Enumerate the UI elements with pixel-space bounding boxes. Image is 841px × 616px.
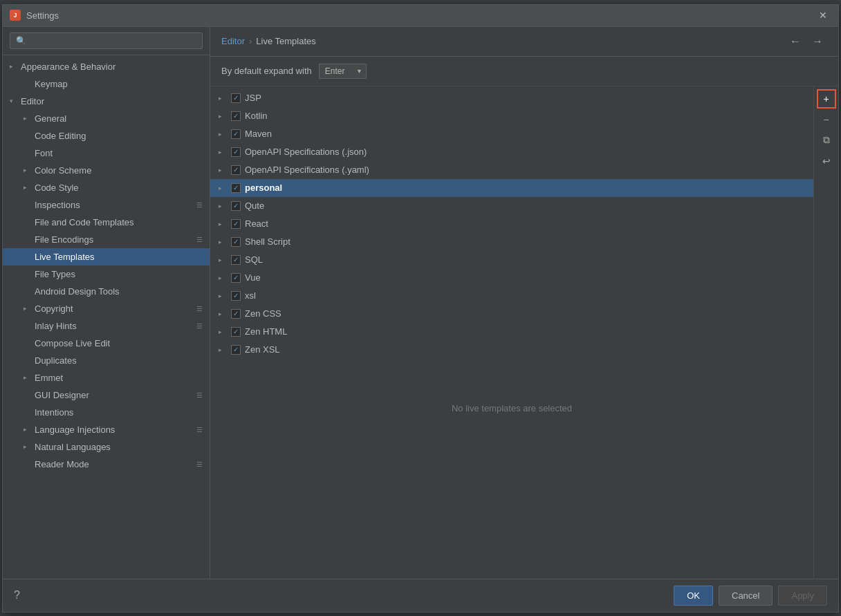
close-button[interactable]: ✕ — [815, 8, 831, 22]
sidebar-label-code-editing: Code Editing — [35, 131, 86, 141]
row-checkbox[interactable]: ✓ — [231, 111, 241, 121]
row-checkbox[interactable]: ✓ — [231, 147, 241, 157]
template-row[interactable]: ▸ ✓ xsl — [210, 287, 813, 305]
sidebar-item-language-injections[interactable]: ▸Language Injections☰ — [3, 421, 210, 438]
ok-button[interactable]: OK — [674, 586, 713, 606]
nav-forward-button[interactable]: → — [808, 34, 827, 49]
sidebar-item-code-style[interactable]: ▸Code Style — [3, 179, 210, 196]
row-expand-arrow: ▸ — [219, 256, 227, 263]
row-name: OpenAPI Specifications (.yaml) — [245, 165, 369, 175]
row-name: Vue — [245, 272, 261, 283]
sidebar-item-code-editing[interactable]: Code Editing — [3, 127, 210, 144]
badge-reader-mode: ☰ — [196, 460, 203, 468]
sidebar-item-editor[interactable]: ▾Editor — [3, 93, 210, 110]
sidebar-item-reader-mode[interactable]: Reader Mode☰ — [3, 456, 210, 473]
template-row[interactable]: ▸ ✓ OpenAPI Specifications (.json) — [210, 143, 813, 161]
template-list-area: ▸ ✓ JSP ▸ ✓ Kotlin ▸ ✓ Maven ▸ ✓ OpenAPI… — [210, 86, 813, 579]
row-checkbox[interactable]: ✓ — [231, 345, 241, 355]
sidebar-item-duplicates[interactable]: Duplicates — [3, 352, 210, 369]
row-expand-arrow: ▸ — [219, 131, 227, 138]
sidebar-item-intentions[interactable]: Intentions — [3, 404, 210, 421]
template-row[interactable]: ▸ ✓ Kotlin — [210, 107, 813, 125]
sidebar-item-file-encodings[interactable]: File Encodings☰ — [3, 231, 210, 248]
row-expand-arrow: ▸ — [219, 328, 227, 335]
copy-button[interactable]: ⧉ — [817, 131, 836, 150]
remove-button[interactable]: − — [817, 110, 836, 129]
help-icon[interactable]: ? — [14, 589, 20, 601]
sidebar-item-color-scheme[interactable]: ▸Color Scheme — [3, 162, 210, 179]
search-input[interactable] — [10, 32, 203, 49]
template-list: ▸ ✓ JSP ▸ ✓ Kotlin ▸ ✓ Maven ▸ ✓ OpenAPI… — [210, 86, 813, 362]
expand-icon-code-style: ▸ — [24, 184, 30, 191]
template-row[interactable]: ▸ ✓ JSP — [210, 89, 813, 107]
template-row[interactable]: ▸ ✓ Zen HTML — [210, 323, 813, 341]
row-checkbox[interactable]: ✓ — [231, 219, 241, 229]
sidebar-label-live-templates: Live Templates — [35, 252, 94, 262]
row-checkbox[interactable]: ✓ — [231, 237, 241, 247]
template-row[interactable]: ▸ ✓ OpenAPI Specifications (.yaml) — [210, 161, 813, 179]
expand-select[interactable]: Enter Tab Space — [319, 64, 367, 79]
row-checkbox[interactable]: ✓ — [231, 183, 241, 193]
template-row[interactable]: ▸ ✓ Maven — [210, 125, 813, 143]
row-name: Shell Script — [245, 236, 290, 247]
sidebar-item-general[interactable]: ▸General — [3, 110, 210, 127]
sidebar-label-font: Font — [35, 148, 53, 158]
sidebar-item-inspections[interactable]: Inspections☰ — [3, 196, 210, 214]
row-expand-arrow: ▸ — [219, 185, 227, 192]
row-checkbox[interactable]: ✓ — [231, 93, 241, 103]
sidebar-item-android-design-tools[interactable]: Android Design Tools — [3, 283, 210, 300]
row-checkbox[interactable]: ✓ — [231, 129, 241, 139]
template-row[interactable]: ▸ ✓ Qute — [210, 197, 813, 215]
sidebar-item-natural-languages[interactable]: ▸Natural Languages — [3, 438, 210, 456]
app-icon: J — [10, 10, 21, 21]
sidebar-label-file-types: File Types — [35, 269, 75, 279]
title-bar: J Settings ✕ — [3, 5, 838, 27]
sidebar-item-emmet[interactable]: ▸Emmet — [3, 369, 210, 386]
sidebar-item-font[interactable]: Font — [3, 144, 210, 162]
sidebar-item-keymap[interactable]: Keymap — [3, 75, 210, 93]
restore-button[interactable]: ↩ — [817, 151, 836, 171]
apply-button[interactable]: Apply — [778, 586, 827, 606]
row-name: Zen CSS — [245, 308, 281, 319]
row-checkbox[interactable]: ✓ — [231, 255, 241, 265]
template-row[interactable]: ▸ ✓ Vue — [210, 269, 813, 287]
right-actions-panel: + − ⧉ ↩ — [813, 86, 838, 579]
template-row[interactable]: ▸ ✓ SQL — [210, 251, 813, 269]
template-row[interactable]: ▸ ✓ Shell Script — [210, 233, 813, 251]
sidebar-item-appearance[interactable]: ▸Appearance & Behavior — [3, 58, 210, 75]
row-checkbox[interactable]: ✓ — [231, 165, 241, 175]
row-expand-arrow: ▸ — [219, 95, 227, 102]
template-row[interactable]: ▸ ✓ personal — [210, 179, 813, 197]
cancel-button[interactable]: Cancel — [719, 586, 773, 606]
row-name: Kotlin — [245, 111, 268, 121]
sidebar-item-file-types[interactable]: File Types — [3, 265, 210, 283]
no-selection-message: No live templates are selected — [210, 403, 813, 413]
sidebar-item-file-code-templates[interactable]: File and Code Templates — [3, 214, 210, 231]
breadcrumb-parent[interactable]: Editor — [221, 36, 245, 46]
template-row[interactable]: ▸ ✓ React — [210, 215, 813, 233]
sidebar-item-gui-designer[interactable]: GUI Designer☰ — [3, 386, 210, 404]
sidebar-item-compose-live-edit[interactable]: Compose Live Edit — [3, 335, 210, 352]
nav-back-button[interactable]: ← — [786, 34, 805, 49]
main-header: Editor › Live Templates ← → — [210, 27, 838, 57]
template-row[interactable]: ▸ ✓ Zen CSS — [210, 305, 813, 323]
row-name: OpenAPI Specifications (.json) — [245, 147, 367, 157]
row-checkbox[interactable]: ✓ — [231, 273, 241, 283]
expand-icon-emmet: ▸ — [24, 374, 30, 381]
sidebar-label-gui-designer: GUI Designer — [35, 390, 89, 400]
row-checkbox[interactable]: ✓ — [231, 201, 241, 211]
sidebar-item-live-templates[interactable]: Live Templates — [3, 248, 210, 265]
sidebar-item-copyright[interactable]: ▸Copyright☰ — [3, 300, 210, 317]
sidebar-item-inlay-hints[interactable]: Inlay Hints☰ — [3, 317, 210, 335]
row-checkbox[interactable]: ✓ — [231, 327, 241, 337]
toolbar: By default expand with Enter Tab Space — [210, 57, 838, 86]
sidebar-label-keymap: Keymap — [35, 79, 68, 89]
row-name: Zen HTML — [245, 326, 287, 337]
sidebar-label-language-injections: Language Injections — [35, 424, 115, 435]
row-checkbox[interactable]: ✓ — [231, 291, 241, 301]
sidebar-label-file-encodings: File Encodings — [35, 234, 93, 245]
template-row[interactable]: ▸ ✓ Zen XSL — [210, 341, 813, 359]
sidebar-label-android-design-tools: Android Design Tools — [35, 286, 120, 297]
add-button[interactable]: + — [817, 89, 836, 109]
row-checkbox[interactable]: ✓ — [231, 309, 241, 319]
